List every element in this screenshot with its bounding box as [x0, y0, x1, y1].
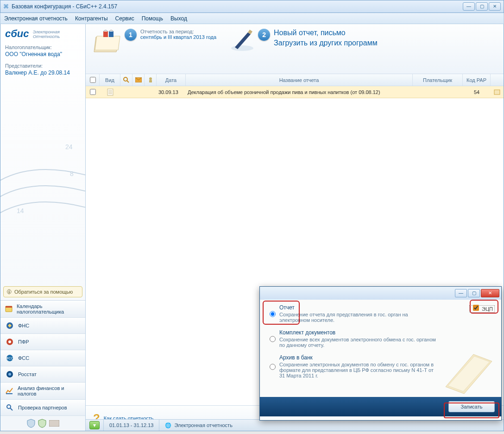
- svg-text:24: 24: [65, 143, 73, 151]
- sidebar-item-label: Календарь налогоплательщика: [17, 303, 82, 314]
- dialog-minimize-button[interactable]: —: [455, 289, 467, 297]
- sidebar-item-label: Росстат: [18, 371, 37, 377]
- svg-line-20: [127, 81, 129, 82]
- status-period[interactable]: 01.01.13 - 31.12.13: [103, 420, 159, 431]
- table-row[interactable]: 30.09.13 Декларация об объеме розничной …: [86, 86, 504, 98]
- globe-icon: 🌐: [165, 422, 171, 428]
- ecp-label: ЭЦП: [482, 306, 493, 312]
- request-help-label: Обратиться за помощью: [14, 289, 73, 295]
- representative-name[interactable]: Валкнер А.Е. до 29.08.14: [5, 69, 81, 76]
- menu-service[interactable]: Сервис: [115, 15, 134, 22]
- dialog-titlebar: — ▢ ✕: [260, 287, 501, 300]
- sidebar-item-pfr[interactable]: ПФР: [0, 334, 85, 350]
- new-report-link[interactable]: Новый отчет, письмо: [274, 29, 378, 37]
- step-1-badge: 1: [125, 29, 137, 41]
- svg-line-14: [10, 408, 13, 410]
- envelope-icon: [135, 77, 142, 82]
- row-checkbox[interactable]: [90, 89, 96, 95]
- svg-rect-17: [109, 31, 113, 37]
- load-from-other-link[interactable]: Загрузить из других программ: [274, 39, 378, 47]
- representative-block: Представители: Валкнер А.Е. до 29.08.14: [0, 60, 85, 79]
- taxpayer-block: Налогоплательщик: ООО "Огненная вода": [0, 42, 85, 60]
- dialog-maximize-button[interactable]: ▢: [468, 289, 480, 297]
- row-name: Декларация об объеме розничной продажи п…: [186, 86, 413, 98]
- dialog-body: Отчет Сохранение отчета для представлени…: [260, 300, 501, 397]
- minimize-button[interactable]: —: [463, 2, 475, 11]
- col-extra: [491, 74, 504, 86]
- highlight-annotation-3: [444, 403, 499, 418]
- magnifier-icon: [4, 403, 15, 413]
- col-name[interactable]: Название отчета: [186, 74, 413, 86]
- sidebar-nav: Календарь налогоплательщика ФНС ПФР ФСС …: [0, 300, 85, 416]
- menu-help[interactable]: Помощь: [142, 15, 163, 22]
- col-vid[interactable]: Вид: [100, 74, 120, 86]
- col-action-mail[interactable]: [132, 74, 145, 86]
- col-action-view[interactable]: [120, 74, 132, 86]
- chart-icon: [4, 386, 15, 396]
- option-docset-radio[interactable]: [270, 330, 276, 348]
- svg-point-11: [8, 373, 11, 376]
- sidebar-item-fns[interactable]: ФНС: [0, 318, 85, 334]
- grid-header: Вид Дата Название отчета Плательщик Код …: [86, 74, 504, 86]
- col-date[interactable]: Дата: [157, 74, 186, 86]
- status-bar: ▾ 01.01.13 - 31.12.13 🌐 Электронная отче…: [86, 419, 504, 431]
- step-1-period[interactable]: сентябрь и III квартал 2013 года: [140, 34, 216, 40]
- highlight-annotation-1: [263, 301, 300, 325]
- svg-text:8: 8: [70, 170, 74, 177]
- fss-icon: ФСС: [4, 353, 15, 363]
- close-button[interactable]: ✕: [489, 2, 501, 11]
- sidebar-item-label: Проверка партнеров: [18, 405, 67, 410]
- download-button[interactable]: ▾: [89, 421, 100, 429]
- sidebar-item-fss[interactable]: ФСС ФСС: [0, 350, 85, 366]
- ecp-checkbox[interactable]: [473, 305, 479, 311]
- request-help-button[interactable]: 🛈 Обратиться за помощью: [3, 286, 82, 297]
- svg-rect-12: [6, 393, 13, 394]
- sidebar-item-label: Анализ финансов и налогов: [18, 385, 82, 396]
- sidebar-item-rosstat[interactable]: Росстат: [0, 366, 85, 383]
- option-report[interactable]: Отчет Сохранение отчета для представлени…: [267, 304, 494, 323]
- ecp-checkbox-wrap[interactable]: ЭЦП: [469, 303, 495, 312]
- main-header: 1 Отчетность за период: сентябрь и III к…: [86, 24, 504, 74]
- sidebar-item-calendar[interactable]: Календарь налогоплательщика: [0, 301, 85, 318]
- col-code[interactable]: Код РАР: [463, 74, 491, 86]
- magnifier-icon: [123, 77, 130, 83]
- representative-label: Представители:: [5, 63, 81, 69]
- sidebar-item-label: ФНС: [18, 323, 29, 328]
- menubar: Электронная отчетность Контрагенты Серви…: [0, 13, 504, 24]
- rosstat-icon: [4, 369, 15, 379]
- sidebar: сбис ЭлектроннаяОтчетность Налогоплатель…: [0, 24, 86, 431]
- sidebar-item-analysis[interactable]: Анализ финансов и налогов: [0, 383, 85, 400]
- row-date: 30.09.13: [157, 86, 186, 98]
- dialog-footer: Записать: [260, 397, 501, 416]
- logo: сбис ЭлектроннаяОтчетность: [0, 24, 85, 42]
- fst-badge-icon: [49, 420, 59, 427]
- menu-counterparties[interactable]: Контрагенты: [75, 15, 108, 22]
- row-action-icon[interactable]: [494, 89, 500, 95]
- dialog-close-button[interactable]: ✕: [481, 289, 499, 297]
- svg-point-13: [7, 405, 11, 409]
- logo-subtitle: ЭлектроннаяОтчетность: [33, 30, 60, 39]
- svg-point-7: [8, 340, 11, 343]
- taxpayer-name[interactable]: ООО "Огненная вода": [5, 51, 81, 57]
- shield-icon-1: [27, 419, 35, 428]
- svg-text:ФСС: ФСС: [6, 357, 13, 360]
- svg-rect-16: [103, 31, 108, 37]
- option-docset[interactable]: Комплект документов Сохранение всех доку…: [267, 329, 494, 348]
- maximize-button[interactable]: ▢: [476, 2, 488, 11]
- svg-text:14: 14: [17, 207, 24, 214]
- svg-rect-28: [494, 90, 500, 94]
- menu-exit[interactable]: Выход: [170, 15, 187, 22]
- option-bank-radio[interactable]: [270, 355, 276, 378]
- document-icon: [107, 88, 114, 96]
- calendar-icon: [4, 304, 14, 314]
- menu-reporting[interactable]: Электронная отчетность: [4, 15, 68, 22]
- sidebar-item-partners[interactable]: Проверка партнеров: [0, 400, 85, 416]
- stamp-icon: [148, 77, 153, 83]
- select-all-checkbox[interactable]: [90, 77, 96, 83]
- sidebar-decor: 24 8 14: [0, 79, 85, 283]
- shield-icon-2: [38, 419, 46, 428]
- col-action-stamp[interactable]: [145, 74, 157, 86]
- option-bank[interactable]: Архив в банк Сохранение электронных доку…: [267, 354, 494, 378]
- col-payer[interactable]: Плательщик: [413, 74, 463, 86]
- save-dialog: — ▢ ✕ Отчет Сохранение отчета для предст…: [259, 286, 502, 421]
